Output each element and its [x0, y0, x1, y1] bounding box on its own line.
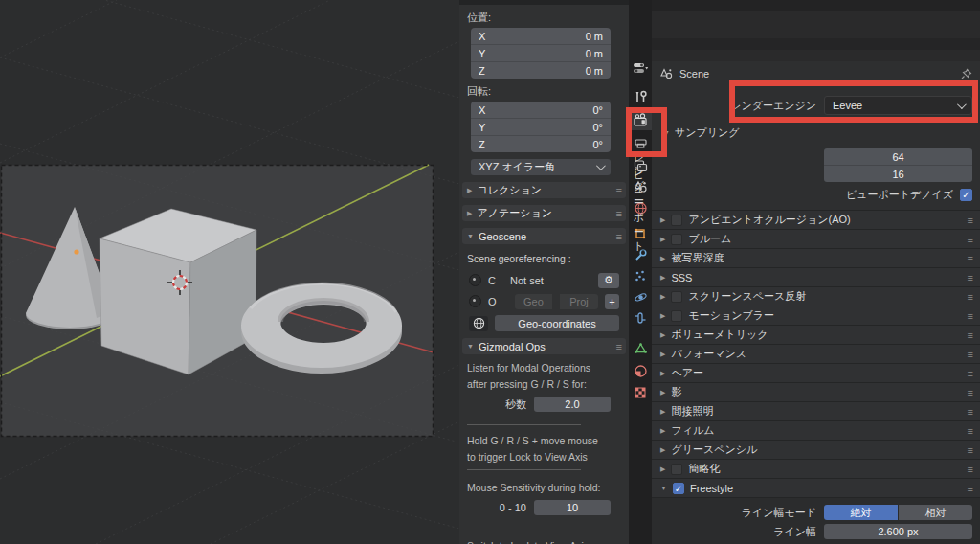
rotation-mode-dropdown[interactable]: XYZ オイラー角 [471, 159, 611, 175]
expand-icon: ▶ [660, 236, 665, 243]
panel-row-indirect-lighting[interactable]: ▶ 間接照明 ≡ [652, 401, 980, 420]
tab-texture-properties[interactable] [629, 382, 652, 403]
drag-handle-icon[interactable]: ≡ [968, 406, 972, 418]
drag-handle-icon[interactable]: ≡ [616, 185, 621, 196]
drag-handle-icon[interactable]: ≡ [968, 234, 972, 245]
panel-row-bloom[interactable]: ▶ ブルーム ≡ [652, 229, 980, 248]
drag-handle-icon[interactable]: ≡ [968, 444, 972, 456]
gizmodal-text: Mouse Sensitivity during hold: [467, 480, 629, 496]
radio-o[interactable] [469, 295, 481, 307]
tab-physics-properties[interactable] [629, 286, 652, 307]
drag-handle-icon[interactable]: ≡ [968, 387, 972, 398]
drag-handle-icon[interactable]: ≡ [968, 425, 972, 437]
axis-value: 0 m [586, 65, 603, 77]
drag-handle-icon[interactable]: ≡ [616, 231, 621, 242]
drag-handle-icon[interactable]: ≡ [968, 349, 972, 360]
drag-handle-icon[interactable]: ≡ [616, 341, 621, 352]
panel-row-simplify[interactable]: ▶ 簡略化 ≡ [652, 459, 980, 478]
tab-constraint-properties[interactable] [629, 307, 652, 329]
expand-icon: ▶ [660, 370, 665, 377]
rotation-z-field[interactable]: Z 0° [471, 135, 611, 152]
panel-row-depth-of-field[interactable]: ▶ 被写界深度 ≡ [652, 248, 980, 267]
position-z-field[interactable]: Z 0 m [471, 61, 611, 79]
drag-handle-icon[interactable]: ≡ [968, 483, 972, 494]
viewport-denoise-checkbox[interactable]: ✓ [960, 189, 972, 201]
seconds-field[interactable]: 2.0 [534, 397, 611, 412]
panel-row-ambient-occlusion[interactable]: ▶ アンビエントオクルージョン(AO) ≡ [652, 210, 980, 229]
check-icon: ✓ [962, 190, 969, 200]
pin-icon[interactable] [960, 68, 972, 80]
geo-button[interactable]: Geo [515, 294, 553, 309]
geo-coordinates-button[interactable]: Geo-coordinates [495, 315, 619, 331]
add-button[interactable]: + [605, 294, 619, 309]
tab-object-data-properties[interactable] [629, 338, 652, 359]
panel-header-annotations[interactable]: ▶ アノテーション ≡ [462, 205, 626, 221]
globe-button[interactable] [469, 316, 488, 331]
viewport-canvas [0, 0, 459, 544]
expand-icon: ▶ [660, 389, 665, 397]
rotation-mode-value: XYZ オイラー角 [479, 160, 555, 174]
position-y-field[interactable]: Y 0 m [471, 44, 611, 61]
editor-type-dropdown[interactable] [629, 57, 652, 79]
sensitivity-field[interactable]: 10 [534, 500, 611, 515]
breadcrumb-label: Scene [679, 68, 709, 79]
freestyle-checkbox[interactable]: ✓ [673, 483, 684, 494]
drag-handle-icon[interactable]: ≡ [968, 464, 972, 475]
gear-button[interactable]: ⚙ [598, 273, 619, 288]
panel-row-volumetrics[interactable]: ▶ ボリューメトリック ≡ [652, 325, 980, 344]
panel-header-collections[interactable]: ▶ コレクション ≡ [462, 182, 626, 198]
drag-handle-icon[interactable]: ≡ [968, 291, 972, 303]
render-samples-value: 64 [892, 151, 903, 163]
panel-row-grease-pencil[interactable]: ▶ グリースペンシル ≡ [652, 440, 980, 459]
axis-value: 0 m [586, 48, 603, 59]
proj-button-label: Proj [569, 296, 589, 307]
drag-handle-icon[interactable]: ≡ [968, 310, 972, 322]
panel-checkbox[interactable] [671, 291, 682, 303]
panel-row-screen-space-reflections[interactable]: ▶ スクリーンスペース反射 ≡ [652, 286, 980, 306]
viewport-denoise-label: ビューポートデノイズ [846, 188, 953, 202]
line-thickness-label: ライン幅 [652, 525, 824, 539]
radio-c[interactable] [469, 274, 481, 286]
clipped-panel-header [459, 0, 629, 5]
tab-tool[interactable] [629, 86, 652, 107]
panel-row-film[interactable]: ▶ フィルム ≡ [652, 420, 980, 440]
axis-value: 0° [592, 104, 603, 116]
collapse-icon: ▼ [467, 233, 474, 239]
3d-viewport[interactable] [0, 0, 459, 544]
proj-button[interactable]: Proj [560, 294, 598, 309]
drag-handle-icon[interactable]: ≡ [968, 272, 972, 283]
panel-row-sss[interactable]: ▶ SSS ≡ [652, 267, 980, 286]
panel-checkbox[interactable] [671, 464, 682, 475]
panel-row-motion-blur[interactable]: ▶ モーションブラー ≡ [652, 306, 980, 325]
drag-handle-icon[interactable]: ≡ [968, 329, 972, 341]
mode-absolute-button[interactable]: 絶対 [824, 505, 898, 520]
drag-handle-icon[interactable]: ≡ [616, 208, 621, 219]
panel-row-performance[interactable]: ▶ パフォーマンス ≡ [652, 344, 980, 363]
tab-particle-properties[interactable] [629, 265, 652, 286]
panel-checkbox[interactable] [671, 310, 682, 322]
drag-handle-icon[interactable]: ≡ [968, 253, 972, 264]
render-samples-field[interactable]: 64 [824, 148, 972, 165]
line-thickness-field[interactable]: 2.600 px [824, 524, 972, 539]
panel-row-shadows[interactable]: ▶ 影 ≡ [652, 382, 980, 401]
panel-checkbox[interactable] [671, 215, 682, 226]
panel-label: ブルーム [688, 232, 731, 246]
panel-header-gizmodal-ops[interactable]: ▼ Gizmodal Ops ≡ [462, 338, 626, 354]
panel-row-freestyle[interactable]: ▼ ✓ Freestyle ≡ [652, 478, 980, 497]
gizmodal-text: Switch to Lock to View Axis [467, 538, 629, 544]
mode-relative-button[interactable]: 相対 [898, 505, 972, 520]
panel-row-hair[interactable]: ▶ ヘアー ≡ [652, 363, 980, 382]
drag-handle-icon[interactable]: ≡ [968, 215, 972, 226]
rotation-x-field[interactable]: X 0° [471, 102, 611, 118]
rotation-y-field[interactable]: Y 0° [471, 118, 611, 135]
line-thickness-mode-segment: 絶対 相対 [824, 505, 972, 520]
drag-handle-icon[interactable]: ≡ [968, 368, 972, 379]
panel-header-geoscene[interactable]: ▼ Geoscene ≡ [462, 228, 626, 244]
sampling-header[interactable]: ▼ サンプリング [663, 124, 980, 141]
tab-material-properties[interactable] [629, 360, 652, 381]
viewport-samples-field[interactable]: 16 [824, 165, 972, 182]
panel-checkbox[interactable] [671, 234, 682, 245]
position-x-field[interactable]: X 0 m [471, 28, 611, 44]
mode-relative-label: 相対 [925, 506, 947, 520]
sensitivity-value: 10 [567, 502, 578, 513]
